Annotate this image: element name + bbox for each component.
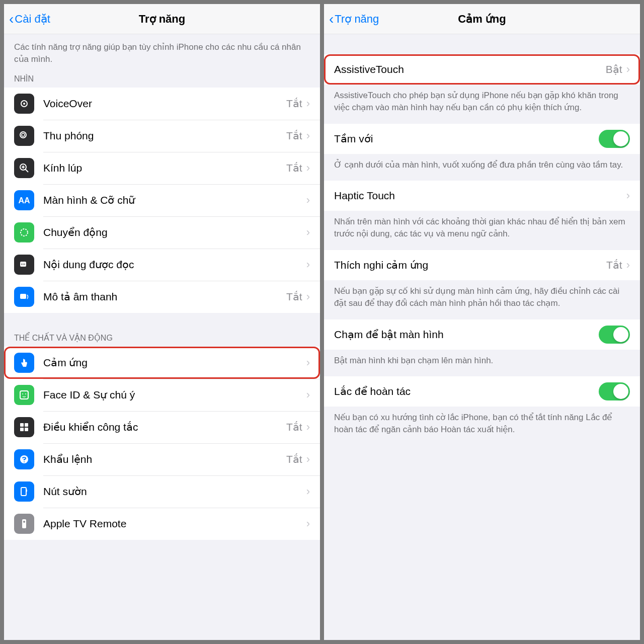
toggle-tap-to-wake[interactable] <box>599 326 630 344</box>
toggle-reachability[interactable] <box>599 130 630 148</box>
chevron-right-icon: › <box>306 517 310 530</box>
row-reachability[interactable]: Tầm với <box>324 124 640 154</box>
chevron-right-icon: › <box>306 129 310 142</box>
footnote-shake: Nếu bạn có xu hướng tình cờ lắc iPhone, … <box>324 407 640 446</box>
navbar: ‹ Trợ năng Cảm ứng <box>324 4 640 34</box>
page-title: Cảm ứng <box>458 13 506 26</box>
row-magnifier[interactable]: Kính lúpTắt› <box>4 152 320 184</box>
svg-rect-19 <box>25 423 28 427</box>
row-label: Màn hình & Cỡ chữ <box>43 194 306 206</box>
svg-point-12 <box>23 264 24 265</box>
chevron-right-icon: › <box>306 421 310 434</box>
row-value: Tắt <box>286 421 302 433</box>
zoom-icon <box>14 126 34 146</box>
back-button[interactable]: ‹ Cài đặt <box>9 11 50 27</box>
svg-point-11 <box>21 264 22 265</box>
footnote-haptic: Nhấn trên màn hình với các khoảng thời g… <box>324 211 640 250</box>
voice-icon <box>14 449 34 469</box>
switch-icon <box>14 417 34 437</box>
faceid-icon <box>14 385 34 405</box>
vision-list: VoiceOverTắt›Thu phóngTắt›Kính lúpTắt›AA… <box>4 88 320 313</box>
row-label: AssistiveTouch <box>334 63 606 75</box>
footnote-accommodations: Nếu bạn gặp sự cố khi sử dụng màn hình c… <box>324 280 640 319</box>
row-spoken[interactable]: Nội dung được đọc› <box>4 249 320 281</box>
row-touch[interactable]: Cảm ứng› <box>4 347 320 379</box>
intro-text: Các tính năng trợ năng giúp bạn tùy chỉn… <box>4 34 320 74</box>
row-label: Thu phóng <box>43 130 286 142</box>
row-label: Tầm với <box>334 133 599 145</box>
section-header-vision: NHÌN <box>4 74 320 88</box>
chevron-right-icon: › <box>306 388 310 401</box>
chevron-right-icon: › <box>306 258 310 271</box>
row-label: Lắc để hoàn tác <box>334 385 599 397</box>
svg-rect-24 <box>21 488 26 496</box>
chevron-right-icon: › <box>626 259 630 272</box>
touch-icon <box>14 353 34 373</box>
audiodesc-icon <box>14 287 34 307</box>
row-label: Haptic Touch <box>334 190 626 202</box>
row-label: Cảm ứng <box>43 357 306 369</box>
row-label: Mô tả âm thanh <box>43 291 286 303</box>
row-value: Tắt <box>286 98 302 110</box>
svg-point-16 <box>22 393 23 394</box>
chevron-right-icon: › <box>306 485 310 498</box>
row-tap-to-wake[interactable]: Chạm để bật màn hình <box>324 319 640 350</box>
row-value: Tắt <box>286 453 302 465</box>
row-sidebtn[interactable]: Nút sườn› <box>4 475 320 508</box>
row-value: Tắt <box>286 130 302 142</box>
back-button[interactable]: ‹ Trợ năng <box>329 11 379 27</box>
footnote-assistivetouch: AssistiveTouch cho phép bạn sử dụng iPho… <box>324 85 640 124</box>
chevron-right-icon: › <box>306 162 310 175</box>
touch-screen: ‹ Trợ năng Cảm ứng AssistiveTouch Bật › … <box>324 4 640 640</box>
svg-point-17 <box>25 393 26 394</box>
row-assistivetouch[interactable]: AssistiveTouch Bật › <box>324 54 640 85</box>
row-touch-accommodations[interactable]: Thích nghi cảm ứng Tắt › <box>324 250 640 280</box>
row-label: Kính lúp <box>43 162 286 174</box>
row-faceid[interactable]: Face ID & Sự chú ý› <box>4 379 320 411</box>
chevron-right-icon: › <box>626 63 630 76</box>
chevron-right-icon: › <box>306 226 310 239</box>
svg-rect-21 <box>25 428 28 431</box>
row-label: VoiceOver <box>43 98 286 110</box>
row-haptic-touch[interactable]: Haptic Touch › <box>324 181 640 211</box>
row-label: Khẩu lệnh <box>43 453 286 465</box>
svg-rect-18 <box>20 423 24 427</box>
row-motion[interactable]: Chuyển động› <box>4 216 320 249</box>
row-shake-to-undo[interactable]: Lắc để hoàn tác <box>324 376 640 407</box>
svg-rect-20 <box>20 428 24 431</box>
svg-point-1 <box>23 103 25 105</box>
display-icon: AA <box>14 190 34 210</box>
row-label: Nội dung được đọc <box>43 259 306 271</box>
svg-point-27 <box>23 521 25 523</box>
page-title: Trợ năng <box>139 13 185 26</box>
accessibility-screen: ‹ Cài đặt Trợ năng Các tính năng trợ năn… <box>4 4 320 640</box>
svg-point-9 <box>21 229 28 236</box>
section-header-physical: THỂ CHẤT VÀ VẬN ĐỘNG <box>4 333 320 347</box>
toggle-shake-to-undo[interactable] <box>599 382 630 400</box>
footnote-tapwake: Bật màn hình khi bạn chạm lên màn hình. <box>324 350 640 377</box>
row-label: Thích nghi cảm ứng <box>334 259 606 271</box>
chevron-right-icon: › <box>626 189 630 202</box>
spoken-icon <box>14 255 34 275</box>
back-label: Trợ năng <box>335 13 379 26</box>
row-audiodesc[interactable]: Mô tả âm thanhTắt› <box>4 281 320 313</box>
svg-text:AA: AA <box>18 196 30 205</box>
row-appletv[interactable]: Apple TV Remote› <box>4 508 320 540</box>
row-display[interactable]: AAMàn hình & Cỡ chữ› <box>4 184 320 216</box>
row-voice[interactable]: Khẩu lệnhTắt› <box>4 443 320 475</box>
row-label: Chuyển động <box>43 226 306 238</box>
row-label: Nút sườn <box>43 486 306 498</box>
row-zoom[interactable]: Thu phóngTắt› <box>4 120 320 152</box>
row-voiceover[interactable]: VoiceOverTắt› <box>4 88 320 120</box>
chevron-left-icon: ‹ <box>9 11 14 27</box>
row-label: Chạm để bật màn hình <box>334 329 599 341</box>
chevron-right-icon: › <box>306 356 310 369</box>
svg-point-3 <box>22 133 25 136</box>
svg-line-5 <box>25 169 28 172</box>
row-label: Apple TV Remote <box>43 518 306 530</box>
row-label: Face ID & Sự chú ý <box>43 389 306 401</box>
row-switch[interactable]: Điều khiển công tắcTắt› <box>4 411 320 443</box>
chevron-left-icon: ‹ <box>329 11 334 27</box>
chevron-right-icon: › <box>306 290 310 303</box>
row-value: Tắt <box>286 291 302 303</box>
